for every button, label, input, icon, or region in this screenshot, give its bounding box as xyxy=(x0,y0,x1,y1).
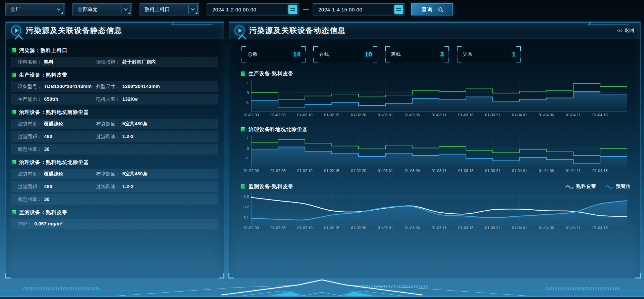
info-cell: 生产能力：650t/h xyxy=(18,96,96,102)
green-square-icon xyxy=(12,48,16,52)
svg-text:01-04 15: 01-04 15 xyxy=(592,226,607,230)
chart-block: 监测设备-熟料皮带熟料皮带预警信0.30.20.101-02 0001-02 0… xyxy=(241,182,640,232)
section-header: 治理设备：熟料地坑北除尘器 xyxy=(12,157,218,168)
info-value: 覆膜涤纶 xyxy=(44,171,63,177)
info-label: 额定功率： xyxy=(18,197,42,203)
svg-text:01-04 15: 01-04 15 xyxy=(592,169,607,173)
info-cell: 设备型号：TDB1200*204143mm xyxy=(18,84,96,90)
chart-plot: 10-101-02 0001-02 0501-02 1001-02 1501-0… xyxy=(241,80,629,118)
svg-text:01-04 11: 01-04 11 xyxy=(566,226,581,230)
section-header-label: 监测设备：熟料皮带 xyxy=(19,209,67,216)
section-header: 生产设备：熟料皮带 xyxy=(12,70,218,80)
svg-text:0.3: 0.3 xyxy=(244,195,249,199)
svg-text:01-03 21: 01-03 21 xyxy=(485,226,500,230)
stat-label: 总数 xyxy=(242,51,293,57)
svg-text:0: 0 xyxy=(247,91,249,95)
info-row: 设备型号：TDB1200*204143mm外型尺寸：1200*204143mm xyxy=(11,81,218,92)
filter-toolbar: 全厂 全部单元 熟料上料口 2024-1-2 00:00:00 — 2024-1… xyxy=(5,3,453,16)
footer-decoration xyxy=(0,277,644,299)
search-icon xyxy=(438,7,442,11)
info-label: 设备型号： xyxy=(18,84,42,90)
calendar-icon[interactable] xyxy=(394,5,403,14)
info-value: 5室共480条 xyxy=(122,171,148,177)
unit-select-value: 全部单元 xyxy=(73,6,121,13)
plant-select[interactable]: 全厂 xyxy=(5,3,65,15)
svg-text:01-02 15: 01-02 15 xyxy=(324,169,339,173)
section-header: 监测设备：熟料皮带 xyxy=(12,207,218,218)
info-label: 布袋数量： xyxy=(96,121,120,127)
wave-line-icon xyxy=(605,184,613,188)
info-value: 覆膜涤纶 xyxy=(44,121,63,127)
info-cell: 过滤风速：1.2-2 xyxy=(96,134,218,140)
charts-area: 生产设备-熟料皮带10-101-02 0001-02 0501-02 1001-… xyxy=(241,70,640,232)
legend-item[interactable]: 熟料皮带 xyxy=(566,183,596,189)
info-label: 额定功率： xyxy=(18,146,42,153)
info-cell: 滤袋材质：覆膜涤纶 xyxy=(18,121,96,127)
chevron-down-icon[interactable] xyxy=(188,5,198,14)
info-cell: 电机功率：132Kw xyxy=(96,96,218,102)
static-panel-title: 污染源及关联设备静态信息 xyxy=(26,26,122,36)
static-info-panel: 污染源及关联设备静态信息 污染源：熟料上料口物料名称：熟料治理措施：处于封闭厂房… xyxy=(5,22,224,278)
stat-label: 异常 xyxy=(458,51,512,57)
info-row: 过滤面积：480过鸿风速：1.2-2 xyxy=(11,181,218,192)
svg-text:0.2: 0.2 xyxy=(244,205,249,209)
svg-text:01-04 15: 01-04 15 xyxy=(592,113,607,117)
source-select[interactable]: 熟料上料口 xyxy=(140,3,199,15)
svg-text:01-02 20: 01-02 20 xyxy=(351,169,366,173)
info-label: TSP： xyxy=(18,221,32,227)
green-square-icon xyxy=(12,73,16,77)
info-label: 物料名称： xyxy=(18,59,42,65)
start-datetime-input[interactable]: 2024-1-2 00:00:00 xyxy=(207,3,299,15)
info-value: 1200*204143mm xyxy=(122,84,160,89)
stat-value: 10 xyxy=(365,51,377,58)
chart-legend: 熟料皮带预警信 xyxy=(566,183,631,189)
info-row: TSP：0.057 mg/m³ xyxy=(11,219,218,229)
info-row: 额定功率：30 xyxy=(11,194,218,205)
green-square-icon xyxy=(241,72,245,76)
green-square-icon xyxy=(12,210,16,214)
chevron-down-icon[interactable] xyxy=(121,5,130,14)
svg-text:01-03 01: 01-03 01 xyxy=(378,113,393,117)
green-square-icon xyxy=(12,110,16,114)
stat-label: 在线 xyxy=(314,51,365,57)
chart-block: 治理设备料地坑北除尘器10-101-02 0001-02 0501-02 100… xyxy=(241,125,640,175)
dynamic-info-panel: 污染源及关联设备动态信息 << 返回 总数14在线10离线3异常1 生产设备-熟… xyxy=(229,22,641,278)
svg-text:01-04 11: 01-04 11 xyxy=(566,169,581,173)
static-panel-header: 污染源及关联设备静态信息 xyxy=(6,22,224,39)
section-header: 污染源：熟料上料口 xyxy=(12,45,218,56)
svg-text:01-03 11: 01-03 11 xyxy=(432,226,447,230)
legend-item[interactable]: 预警信 xyxy=(605,183,631,189)
stat-value: 1 xyxy=(512,51,520,58)
info-value: 132Kw xyxy=(122,96,138,102)
plant-select-value: 全厂 xyxy=(6,6,54,13)
back-button[interactable]: << 返回 xyxy=(617,27,634,34)
chevron-down-icon[interactable] xyxy=(54,5,63,14)
wave-line-icon xyxy=(566,184,574,188)
info-label: 外型尺寸： xyxy=(96,84,120,90)
green-square-icon xyxy=(241,184,245,188)
green-square-icon xyxy=(241,127,245,131)
info-cell: 布华数量：5室共480条 xyxy=(96,171,218,177)
svg-text:01-02 05: 01-02 05 xyxy=(270,226,285,230)
info-label: 生产能力： xyxy=(18,96,42,102)
svg-text:01-04 01: 01-04 01 xyxy=(512,226,527,230)
end-datetime-input[interactable]: 2024-1-4 15:00:00 xyxy=(313,3,405,15)
legend-label: 熟料皮带 xyxy=(576,183,596,189)
dynamic-panel-header: 污染源及关联设备动态信息 << 返回 xyxy=(229,22,640,39)
info-cell: 治理措施：处于封闭厂房内 xyxy=(96,59,218,65)
section-header-label: 治理设备：熟料地坑南除尘器 xyxy=(19,109,89,116)
info-value: 5室共480条 xyxy=(122,121,148,127)
info-label: 滤袋材质： xyxy=(18,171,42,177)
chart-title: 监测设备-熟料皮带熟料皮带预警信 xyxy=(241,182,640,190)
info-cell: 过滤面积：480 xyxy=(18,184,96,190)
info-label: 滤袋材质： xyxy=(18,121,42,127)
query-button[interactable]: 查询 xyxy=(411,3,453,15)
svg-text:01-03 11: 01-03 11 xyxy=(432,113,447,117)
unit-select[interactable]: 全部单元 xyxy=(72,3,132,15)
info-cell: 物料名称：熟料 xyxy=(18,59,96,65)
info-label: 过鸿风速： xyxy=(96,184,120,190)
info-label: 过滤风速： xyxy=(96,134,120,140)
svg-text:01-04 01: 01-04 01 xyxy=(512,113,527,117)
calendar-icon[interactable] xyxy=(288,5,297,14)
info-value: 1.2-2 xyxy=(122,134,133,139)
